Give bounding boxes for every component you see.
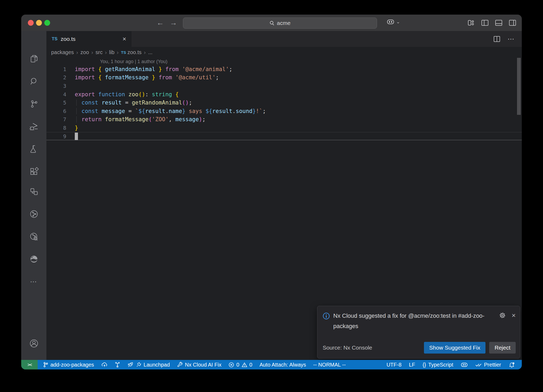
editor-scrollbar[interactable] [517,58,521,115]
info-icon [323,311,330,320]
error-count: 0 [236,362,239,368]
tab-label: zoo.ts [61,36,76,42]
breadcrumb-separator-icon: › [76,49,78,55]
source-control-icon[interactable] [21,96,46,112]
breadcrumb-item[interactable]: packages [51,49,74,55]
editor-more-actions-icon[interactable]: ⋯ [507,35,514,43]
search-view-icon[interactable] [21,73,46,89]
zoom-window-button[interactable] [44,20,50,26]
encoding-item[interactable]: UTF-8 [387,362,402,368]
vscode-window: ← → acme ⌄ [21,15,522,369]
code-line[interactable]: 5 const result = getRandomAnimal(); [46,98,522,107]
edge-browser-icon[interactable] [21,251,46,267]
minimize-window-button[interactable] [36,20,42,26]
split-editor-icon[interactable] [493,36,501,42]
indent-guide [76,116,77,123]
problems-item[interactable]: 0 0 [229,362,252,368]
text-cursor [75,133,78,140]
chevron-down-icon: ⌄ [396,19,400,25]
show-suggested-fix-button[interactable]: Show Suggested Fix [424,342,486,354]
launchpad-item[interactable]: Launchpad [127,361,170,368]
testing-icon[interactable] [21,141,46,157]
breadcrumb-separator-icon: › [91,49,93,55]
close-window-button[interactable] [28,20,34,26]
copilot-icon [461,362,468,368]
nx-project-graph-icon[interactable] [21,229,46,245]
code-line[interactable]: 8} [46,124,522,132]
indent-guide [76,99,77,106]
wrench-icon [177,362,183,368]
breadcrumb-separator-icon: › [144,49,146,55]
typescript-file-icon: TS [121,50,126,55]
indent-guide [76,108,77,114]
breadcrumb-separator-icon: › [105,49,107,55]
line-number: 4 [46,91,66,98]
accounts-icon[interactable] [21,336,46,351]
breadcrumb-item[interactable]: zoo [80,49,89,55]
breadcrumb-item[interactable]: lib [109,49,115,55]
notification-settings-gear-icon[interactable] [499,312,506,319]
command-center-search[interactable]: acme [183,18,377,29]
line-number: 2 [46,74,66,81]
forward-button[interactable]: → [170,19,177,27]
language-mode-item[interactable]: {} TypeScript [423,362,453,368]
code-line[interactable]: 9 [46,132,522,141]
extensions-icon[interactable] [21,164,46,180]
explorer-icon[interactable] [21,51,46,67]
auto-attach-item[interactable]: Auto Attach: Always [260,362,306,368]
tab-close-icon[interactable]: × [122,36,126,42]
code-line[interactable]: 3 [46,82,522,90]
back-button[interactable]: ← [156,19,164,27]
breadcrumb-item[interactable]: src [95,49,103,55]
reject-button[interactable]: Reject [489,342,516,354]
nx-cloud-icon[interactable] [21,206,46,222]
copilot-status-item[interactable] [461,362,468,368]
copilot-menu[interactable]: ⌄ [387,18,400,25]
tab-zoo-ts[interactable]: TS zoo.ts × [46,31,132,47]
prettier-item[interactable]: Prettier [475,362,501,368]
run-debug-icon[interactable] [21,119,46,134]
rocket-icon [127,361,134,368]
more-views-icon[interactable]: ⋯ [21,274,46,290]
plug-icon [136,362,142,368]
breadcrumb[interactable]: packages›zoo›src›lib›TSzoo.ts›... [46,47,522,58]
eol-item[interactable]: LF [409,362,415,368]
notification-message: Nx Cloud suggested a fix for @acme/zoo:t… [333,311,495,331]
line-number: 3 [46,83,66,89]
vim-mode-indicator[interactable]: -- NORMAL -- [313,362,346,368]
copilot-icon [387,18,395,25]
notifications-bell-icon[interactable] [509,361,515,368]
git-branch-item[interactable]: add-zoo-packages [43,362,94,368]
toggle-panel-icon[interactable] [495,19,503,26]
gitlens-annotation: You, 1 hour ago | 1 author (You) [100,59,168,64]
nx-console-icon[interactable] [21,184,46,199]
nx-cloud-ai-fix-item[interactable]: Nx Cloud AI Fix [177,362,222,368]
notification-close-icon[interactable]: × [512,312,516,319]
publish-cloud-icon[interactable] [101,362,108,368]
breadcrumb-item[interactable]: TSzoo.ts [121,49,142,55]
warning-icon [242,362,247,368]
warning-count: 0 [249,362,252,368]
line-number: 8 [46,125,66,131]
search-icon [269,20,275,26]
code-line[interactable]: 7 return formatMessage('ZOO', message); [46,115,522,124]
double-check-icon [475,362,482,367]
code-line[interactable]: 6 const message = `${result.name} says $… [46,107,522,115]
code-line[interactable]: 1import { getRandomAnimal } from '@acme/… [46,65,522,73]
notification-source: Source: Nx Console [323,345,372,351]
code-line[interactable]: 4export function zoo(): string { [46,90,522,99]
activity-bar: ⋯ [21,31,46,360]
toggle-secondary-sidebar-icon[interactable] [509,19,516,26]
typescript-file-icon: TS [52,36,58,42]
pipeline-icon[interactable] [115,362,120,368]
breadcrumb-separator-icon: › [117,49,119,55]
customize-layout-icon[interactable] [467,19,475,26]
breadcrumb-item[interactable]: ... [148,49,152,55]
error-icon [229,362,234,368]
code-line[interactable]: 2import { formatMessage } from '@acme/ut… [46,73,522,82]
search-value: acme [277,20,290,26]
toggle-primary-sidebar-icon[interactable] [481,19,489,26]
remote-indicator[interactable]: >< [21,360,38,369]
title-bar: ← → acme ⌄ [21,15,522,31]
notification-toast: Nx Cloud suggested a fix for @acme/zoo:t… [317,306,520,359]
